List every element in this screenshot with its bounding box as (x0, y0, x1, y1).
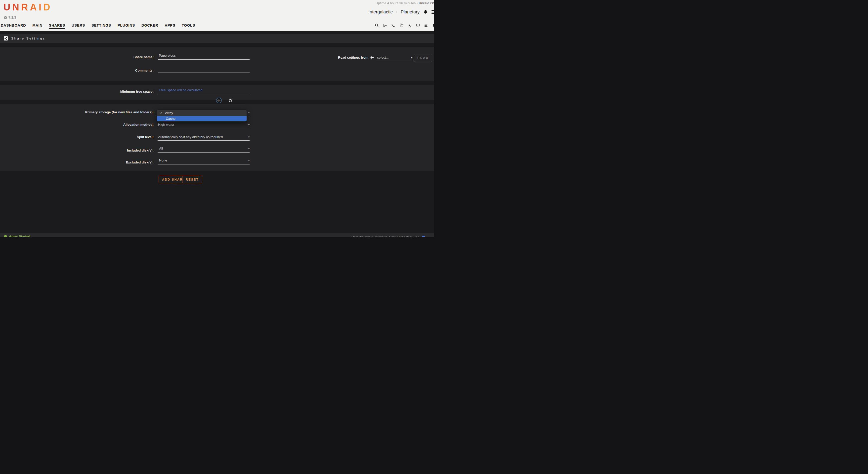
primary-storage-label: Primary storage (for new files and folde… (0, 110, 154, 114)
uptime-separator: • (416, 1, 418, 5)
theme-icon[interactable] (432, 23, 434, 27)
split-level-underline (158, 140, 250, 141)
array-status-text: Array Started (9, 235, 30, 237)
option-label: Array (165, 111, 173, 115)
notifications-bell-icon[interactable] (423, 10, 428, 15)
menu-hamburger-icon[interactable] (432, 10, 434, 14)
nav-item-tools[interactable]: TOOLS (182, 23, 195, 27)
os-edition: Unraid OS (418, 1, 434, 5)
sign-out-icon[interactable] (383, 23, 387, 27)
comments-label: Comments: (0, 69, 154, 72)
included-disks-label: Included disk(s): (0, 148, 154, 152)
search-icon[interactable] (375, 23, 379, 27)
uptime-text: Uptime 4 hours 36 minutes (376, 1, 415, 5)
excluded-disks-underline (158, 164, 250, 165)
circle-cursor-icon (229, 99, 232, 102)
reset-button[interactable]: RESET (182, 176, 202, 183)
top-header: UNRAID 7.2.3 Uptime 4 hours 36 minutes •… (0, 0, 434, 31)
version-row: 7.2.3 (4, 15, 16, 20)
footer-copyright: Unraid® and Swirl ©2025 Lime Technology,… (351, 235, 425, 237)
read-settings-caret-icon[interactable]: ▼ (411, 57, 413, 59)
excluded-disks-label: Excluded disk(s): (0, 161, 154, 164)
version-dot-icon (4, 16, 7, 19)
read-button[interactable]: READ (414, 54, 432, 62)
option-label: Cache (166, 117, 176, 121)
unraid-webgui: UNRAID 7.2.3 Uptime 4 hours 36 minutes •… (0, 0, 434, 237)
copy-windows-icon[interactable] (399, 23, 403, 27)
feedback-icon[interactable] (408, 23, 412, 27)
allocation-method-underline (158, 128, 250, 128)
log-icon[interactable] (424, 23, 428, 27)
allocation-method-select[interactable]: High-water (158, 123, 174, 127)
dropdown-option-cache[interactable]: Cache (157, 116, 247, 121)
included-disks-select[interactable]: All (159, 146, 163, 150)
array-status: Array Started (4, 235, 30, 237)
allocation-method-label: Allocation method: (0, 123, 154, 127)
nav-item-apps[interactable]: APPS (165, 23, 176, 27)
server-identity: Intergalactic • Planetary (368, 9, 434, 15)
included-disks-underline (158, 152, 250, 153)
footer-bar: Array Started Unraid® and Swirl ©2025 Li… (0, 233, 434, 237)
page-title: Share Settings (11, 36, 45, 40)
terminal-icon[interactable] (391, 23, 395, 27)
toolbar-icons (375, 20, 434, 31)
split-level-select[interactable]: Automatically split any directory as req… (158, 135, 223, 139)
read-settings-label: Read settings from (331, 56, 368, 59)
nav-item-dashboard[interactable]: DASHBOARD (1, 23, 26, 27)
nav-item-users[interactable]: USERS (71, 23, 85, 27)
primary-storage-caret-icon[interactable]: ▼ (248, 111, 250, 114)
share-name-label: Share name: (0, 55, 154, 59)
display-icon[interactable] (416, 23, 420, 27)
split-level-caret-icon[interactable]: ▼ (248, 136, 250, 138)
server-name: Intergalactic (368, 9, 393, 15)
share-name-input[interactable] (158, 54, 250, 60)
min-free-space-input[interactable] (158, 88, 250, 94)
nav-item-shares[interactable]: SHARES (49, 23, 65, 27)
excluded-disks-caret-icon[interactable]: ▼ (248, 159, 250, 162)
excluded-disks-select[interactable]: None (159, 159, 167, 162)
uptime-status: Uptime 4 hours 36 minutes • Unraid OS St… (376, 1, 434, 5)
included-disks-caret-icon[interactable]: ▼ (248, 147, 250, 150)
share-settings-icon (4, 36, 8, 40)
nav-item-docker[interactable]: DOCKER (142, 23, 158, 27)
arrow-left-icon (370, 56, 374, 61)
nav-item-settings[interactable]: SETTINGS (91, 23, 111, 27)
panel-identity (0, 47, 434, 81)
read-settings-select[interactable]: select... (377, 56, 389, 59)
nav-item-plugins[interactable]: PLUGINS (118, 23, 135, 27)
comments-input[interactable] (158, 67, 250, 73)
primary-storage-dropdown: ✓ Array Cache (157, 109, 247, 122)
allocation-method-caret-icon[interactable]: ▼ (248, 124, 250, 126)
move-cursor-icon (216, 98, 222, 103)
page-title-bar: Share Settings (0, 34, 434, 43)
footer-link-icon[interactable] (422, 236, 425, 237)
split-level-label: Split level: (0, 135, 154, 139)
reset-button-label: RESET (182, 176, 202, 183)
read-settings-underline (376, 61, 413, 61)
server-description: Planetary (401, 9, 420, 15)
check-icon: ✓ (160, 111, 163, 115)
main-nav: DASHBOARD MAIN SHARES USERS SETTINGS PLU… (0, 20, 195, 31)
nav-item-main[interactable]: MAIN (32, 23, 42, 27)
version-label: 7.2.3 (8, 15, 16, 20)
copyright-text: Unraid® and Swirl ©2025 Lime Technology,… (351, 235, 420, 237)
dropdown-option-array[interactable]: ✓ Array (157, 110, 247, 116)
status-green-dot-icon (4, 235, 7, 237)
min-free-space-label: Minimum free space: (0, 90, 154, 93)
server-separator: • (396, 10, 397, 14)
unraid-logo: UNRAID (3, 2, 52, 13)
